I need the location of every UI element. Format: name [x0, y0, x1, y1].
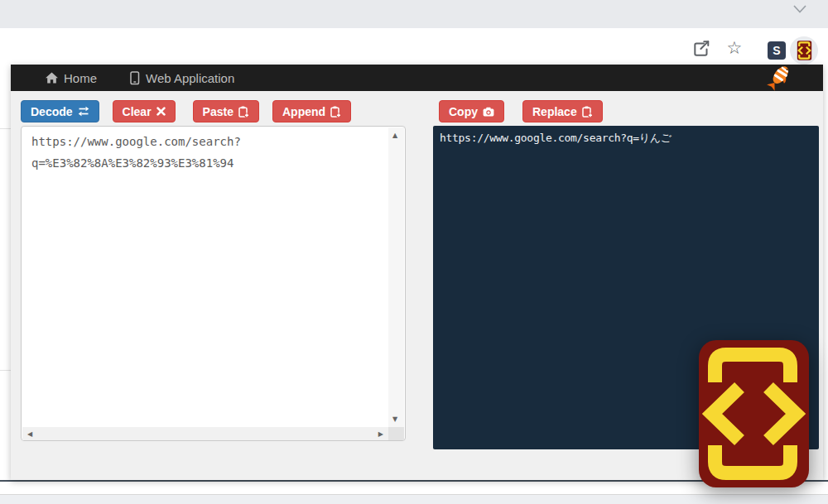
page-divider [0, 370, 11, 371]
camera-icon [483, 107, 494, 117]
decoded-url-text: https://www.google.com/search?q=りんご [440, 131, 812, 146]
vertical-scrollbar[interactable]: ▲ ▼ [388, 127, 404, 427]
page-footer-strip [0, 495, 828, 504]
replace-button[interactable]: Replace [522, 100, 603, 122]
share-icon[interactable] [691, 38, 712, 60]
bookmark-star-icon[interactable]: ☆ [724, 36, 745, 60]
code-brackets-logo-icon [698, 339, 810, 488]
clipboard-plus-icon [238, 106, 249, 118]
smartphone-icon [130, 71, 140, 85]
x-cross-icon [156, 107, 166, 116]
browser-tabstrip [0, 0, 828, 28]
url-encoder-extension-icon[interactable] [790, 36, 818, 65]
clipboard-plus-icon [330, 106, 341, 118]
nav-home-link[interactable]: Home [46, 71, 97, 85]
page-divider [0, 128, 11, 129]
append-button[interactable]: Append [272, 100, 351, 122]
nav-home-label: Home [64, 71, 97, 85]
nav-web-application-label: Web Application [146, 71, 234, 85]
nav-web-application-link[interactable]: Web Application [130, 71, 234, 85]
chevron-down-icon[interactable] [791, 2, 809, 16]
extension-logo-overlay [698, 339, 810, 488]
encoded-url-textarea[interactable]: https://www.google.com/search?q=%E3%82%8… [21, 126, 406, 441]
append-button-label: Append [282, 105, 325, 118]
transfer-arrows-icon [78, 106, 89, 117]
scrollbar-corner [388, 427, 404, 440]
horizontal-scrollbar[interactable]: ◀ ▶ [22, 427, 388, 440]
paste-button-label: Paste [203, 105, 233, 118]
scroll-right-icon[interactable]: ▶ [378, 430, 383, 438]
decode-button-label: Decode [31, 105, 73, 118]
encoder-button-row: Decode Clear [21, 100, 351, 122]
popup-navbar: Home Web Application [11, 65, 823, 91]
decode-button[interactable]: Decode [21, 100, 99, 122]
s-extension-icon[interactable]: S [768, 41, 786, 60]
replace-button-label: Replace [532, 105, 577, 118]
copy-button-label: Copy [449, 105, 478, 118]
extension-logo-small [797, 41, 812, 60]
copy-button[interactable]: Copy [439, 100, 504, 122]
decoder-button-row: Copy Replace [439, 100, 603, 122]
scroll-up-icon[interactable]: ▲ [392, 132, 397, 139]
encoded-url-text: https://www.google.com/search?q=%E3%82%8… [31, 131, 379, 174]
clear-button-label: Clear [123, 105, 152, 118]
scroll-down-icon[interactable]: ▼ [392, 415, 397, 423]
home-icon [46, 72, 58, 84]
scroll-left-icon[interactable]: ◀ [27, 430, 32, 438]
paste-button[interactable]: Paste [193, 100, 259, 122]
clear-button[interactable]: Clear [113, 100, 176, 122]
clownfish-icon [765, 65, 793, 91]
clipboard-plus-icon [582, 106, 593, 118]
